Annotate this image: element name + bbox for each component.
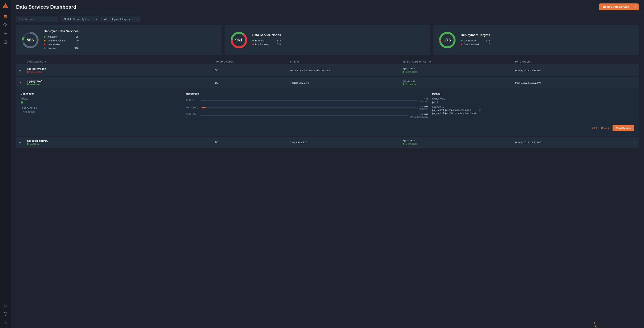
- col-running-nodes[interactable]: RUNNING NODES: [215, 61, 290, 63]
- sidebar-item-user[interactable]: [2, 319, 9, 326]
- memory-bar-bg: [202, 107, 417, 108]
- row2-target: ⊞ k8s1.26 Connected: [402, 80, 515, 86]
- resources-section: Resources CPU ⓘ 0.01 2.00 LIMIT: [186, 92, 428, 121]
- main-content: Data Services Dashboard Deploy Data Serv…: [11, 0, 644, 328]
- row1-status: Unavailable: [27, 71, 215, 73]
- delete-button[interactable]: Delete: [591, 127, 598, 129]
- deploy-button-group: Deploy Data Service ▾: [599, 3, 639, 10]
- row3-target: AKS-1.26.3 Connected: [402, 140, 515, 145]
- service-nodes-info: Data Service Nodes Running 335 Not Runni…: [252, 33, 281, 47]
- deployed-services-donut: 566: [21, 30, 40, 50]
- col-data-service[interactable]: DATA SERVICE ⇅: [27, 61, 215, 63]
- storage-bar: [202, 115, 202, 116]
- endpoints-wrap: pg-jk-yjxza6-jktest.portworx.pds-dns.io …: [432, 109, 634, 115]
- connection-nodes: [21, 101, 182, 104]
- resources-title: Resources: [186, 92, 428, 95]
- row1-chevron[interactable]: ▶: [19, 69, 27, 72]
- sidebar-item-help[interactable]: [2, 310, 9, 317]
- stat-running: Running 335: [252, 39, 281, 42]
- table-row[interactable]: ▶ cas-aks1-s5pr56 Available 1/1 Cassandr…: [16, 137, 639, 148]
- col-date-added[interactable]: DATE ADDED ↓: [515, 61, 628, 63]
- filter-target-select[interactable]: All Deployment Targets: [101, 16, 140, 22]
- col-deployment-target[interactable]: DEPLOYMENT TARGET ⇅: [402, 61, 515, 63]
- service-nodes-title: Data Service Nodes: [252, 33, 281, 37]
- scroll-area: 566 Deployed Data Services Available 35 …: [11, 25, 644, 328]
- col-type[interactable]: TYPE ⇅: [290, 61, 402, 63]
- dot-running: [252, 40, 254, 41]
- sidebar-item-database[interactable]: [2, 13, 9, 20]
- row1-more-button[interactable]: ⋮: [628, 69, 636, 72]
- arrow-annotation: [590, 322, 602, 328]
- svg-point-2: [4, 15, 7, 16]
- cpu-limit: 2.00 LIMIT: [419, 100, 428, 103]
- deployment-targets-total: 176: [444, 37, 451, 42]
- storage-used: 137.4MB: [410, 113, 428, 116]
- row2-more-button[interactable]: ⋮: [628, 81, 636, 84]
- cpu-bar: [202, 100, 203, 101]
- stat-unavailable: Unavailable 3: [44, 43, 78, 46]
- details-title: Details: [432, 92, 634, 95]
- deploy-dropdown-arrow[interactable]: ▾: [633, 3, 639, 10]
- dot-disconnected: [461, 43, 462, 45]
- table-header: DATA SERVICE ⇅ RUNNING NODES TYPE ⇅ DEPL…: [16, 59, 639, 65]
- dot-connected: [461, 40, 462, 41]
- no-backups: – No backups –: [21, 110, 182, 113]
- card-service-nodes: 961 Data Service Nodes Running 335 Not R…: [225, 25, 430, 55]
- service-nodes-donut: 961: [229, 30, 248, 50]
- dot-unavailable: [44, 43, 46, 45]
- service-nodes-total: 961: [235, 37, 242, 42]
- deploy-data-service-button[interactable]: Deploy Data Service: [599, 3, 633, 10]
- expanded-row-pg: Connection NODES LAST BACKUPS – No backu…: [16, 88, 639, 136]
- sidebar-item-settings[interactable]: [2, 302, 9, 309]
- sidebar-item-documents[interactable]: [2, 38, 9, 45]
- copy-endpoints-button[interactable]: ⧉: [479, 109, 481, 112]
- dot-partially: [44, 40, 46, 41]
- row2-chevron[interactable]: ▼: [19, 81, 27, 84]
- row1-target: AKS-1.26.3 Connected: [402, 68, 515, 73]
- row2-target-status: Connected: [402, 83, 515, 86]
- dot-not-running: [252, 43, 254, 45]
- filters-bar: All Data Service Types All Deployment Ta…: [11, 13, 644, 25]
- row2-service: pg-jk-yjxza6 Available: [27, 80, 215, 86]
- deployment-targets-title: Deployment Targets: [461, 33, 490, 37]
- backup-button[interactable]: Backup: [601, 127, 610, 129]
- row3-chevron[interactable]: ▶: [19, 141, 27, 144]
- deployment-targets-info: Deployment Targets Connected 171 Disconn…: [461, 33, 490, 47]
- row1-date: May 8, 2023, 12:38 PM: [515, 69, 628, 72]
- connection-title: Connection: [21, 92, 182, 95]
- storage-bar-bg: [202, 115, 408, 116]
- nodes-label: NODES: [21, 98, 182, 100]
- stat-unknown: Unknown 528: [44, 47, 78, 50]
- filter-target-wrapper: All Deployment Targets: [101, 16, 140, 22]
- connection-section: Connection NODES LAST BACKUPS – No backu…: [21, 92, 182, 121]
- endpoint-values: pg-jk-yjxza6-jktest.portworx.pds-dns.io …: [432, 109, 477, 115]
- deployed-services-title: Deployed Data Services: [44, 29, 78, 33]
- sidebar: [0, 0, 11, 328]
- sidebar-item-upload[interactable]: [2, 21, 9, 28]
- filter-name-input[interactable]: [16, 16, 58, 22]
- row3-running-nodes: 1/1: [215, 141, 290, 144]
- stat-disconnected: Disconnected 5: [461, 43, 490, 46]
- table-row[interactable]: ▼ pg-jk-yjxza6 Available 1/1 PostgreSQL …: [16, 77, 639, 88]
- deployed-services-total: 566: [27, 37, 34, 42]
- storage-available: 100.8GB AVAILABLE: [410, 116, 428, 118]
- view-details-button[interactable]: View Details: [612, 125, 634, 131]
- sidebar-item-analytics[interactable]: [2, 30, 9, 37]
- card-deployment-targets: 176 Deployment Targets Connected 171 Dis…: [433, 25, 639, 55]
- app-logo[interactable]: [2, 2, 9, 9]
- memory-limit: 4GB LIMIT: [419, 108, 428, 110]
- row3-target-status: Connected: [402, 143, 515, 145]
- row2-date: May 8, 2023, 12:32 PM: [515, 81, 628, 84]
- filter-type-wrapper: All Data Service Types: [61, 16, 99, 22]
- memory-resource: MEMORY ⓘ 81.2MB 4GB LIMIT: [186, 105, 428, 110]
- svg-point-4: [5, 305, 6, 306]
- endpoint-2: pg-jk-yjxza6-jktest-0-vip.portworx.pds-d…: [432, 112, 477, 114]
- cpu-bar-bg: [202, 100, 417, 101]
- filter-type-select[interactable]: All Data Service Types: [61, 16, 99, 22]
- row3-more-button[interactable]: ⋮: [628, 141, 636, 144]
- memory-value: 81.2MB: [419, 105, 428, 108]
- row3-type: Cassandra 4.0.6: [290, 141, 402, 144]
- cpu-label: CPU ⓘ: [186, 99, 200, 102]
- stat-available: Available 35: [44, 35, 78, 38]
- table-row[interactable]: ▶ sql-test-fyp4dh Unavailable 0/1 MS SQL…: [16, 65, 639, 76]
